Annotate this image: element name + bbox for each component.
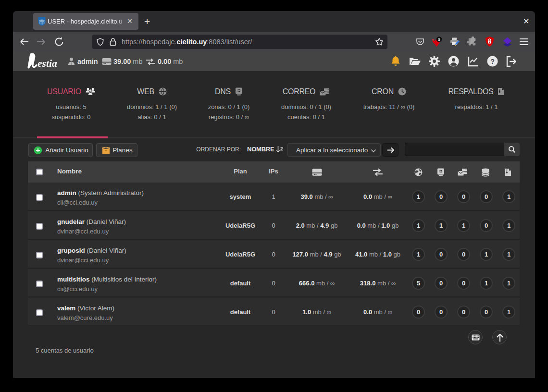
svg-text:?: ? bbox=[490, 58, 495, 65]
svg-text:5: 5 bbox=[438, 37, 440, 42]
